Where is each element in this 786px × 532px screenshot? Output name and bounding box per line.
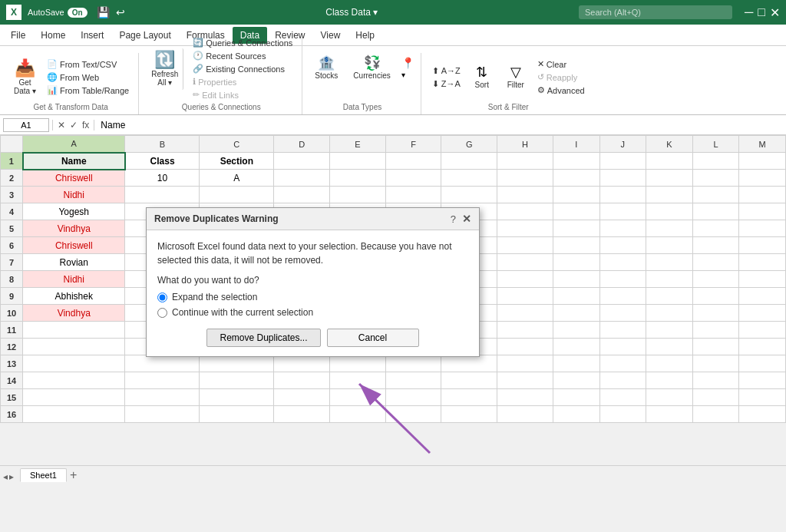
dialog-body: Microsoft Excel found data next to your …: [147, 230, 479, 356]
svg-line-1: [359, 384, 430, 453]
continue-label[interactable]: Continue with the current selection: [172, 307, 313, 318]
dialog-titlebar-controls: ? ✕: [451, 213, 471, 225]
expand-radio[interactable]: [157, 292, 167, 302]
radio-continue-row: Continue with the current selection: [157, 307, 468, 318]
dialog-buttons: Remove Duplicates... Cancel: [157, 329, 468, 347]
continue-radio[interactable]: [157, 308, 167, 318]
dialog-question: What do you want to do?: [157, 275, 468, 286]
dialog-message: Microsoft Excel found data next to your …: [157, 240, 468, 267]
dialog-close-icon[interactable]: ✕: [462, 213, 471, 225]
remove-duplicates-button[interactable]: Remove Duplicates...: [206, 329, 320, 347]
dialog-titlebar: Remove Duplicates Warning ? ✕: [147, 208, 479, 230]
radio-expand-row: Expand the selection: [157, 292, 468, 302]
expand-label[interactable]: Expand the selection: [172, 292, 257, 302]
remove-duplicates-dialog: Remove Duplicates Warning ? ✕ Microsoft …: [146, 207, 480, 357]
dialog-overlay: Remove Duplicates Warning ? ✕ Microsoft …: [0, 0, 786, 532]
cancel-button[interactable]: Cancel: [327, 329, 419, 347]
dialog-title: Remove Duplicates Warning: [154, 213, 279, 224]
dialog-help-icon[interactable]: ?: [451, 213, 456, 225]
